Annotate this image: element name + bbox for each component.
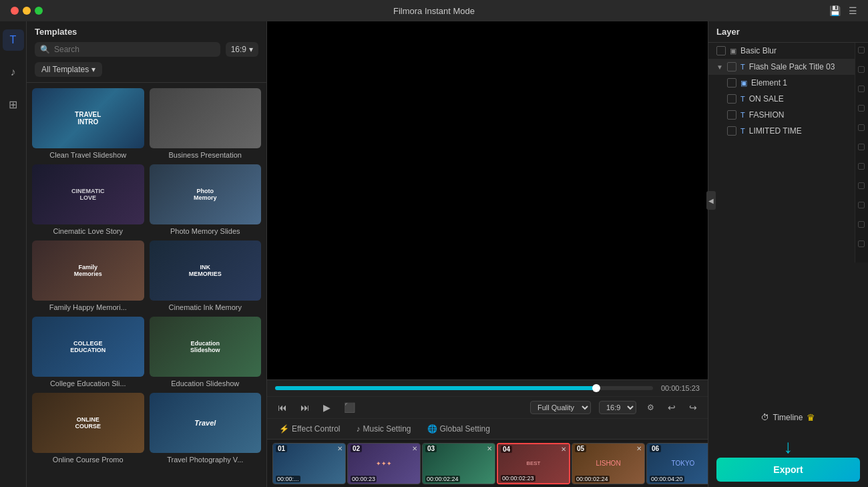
tab-music-setting[interactable]: ♪ Music Setting <box>349 422 417 436</box>
effect-icon: ⚡ <box>279 424 289 434</box>
template-label-1: Clean Travel Slideshow <box>32 151 144 159</box>
layer-check-basic-blur[interactable] <box>716 46 726 55</box>
layer-side-check-4[interactable] <box>858 105 865 112</box>
template-card-10[interactable]: Travel Travel Photography V... <box>150 393 262 464</box>
template-card-5[interactable]: FamilyMemories Family Happy Memori... <box>32 240 144 311</box>
layer-side-check-11[interactable] <box>858 240 865 247</box>
clip-item-1[interactable]: 01 00:00:... ✕ <box>272 443 346 484</box>
menu-icon[interactable]: ☰ <box>849 5 857 16</box>
clip-item-5[interactable]: LISHON 05 00:00:02:24 ✕ <box>572 443 645 484</box>
fullscreen-button[interactable] <box>35 7 43 15</box>
template-thumb-7: COLLEGEEDUCATION <box>32 317 144 377</box>
layer-check-flash-sale[interactable] <box>727 62 736 71</box>
ratio-select[interactable]: 16:9 9:16 1:1 <box>599 401 636 414</box>
clip-item-6[interactable]: TOKYO 06 00:00:04:20 ✕ <box>646 443 708 484</box>
timeline-header-right: ⏱ Timeline ♛ <box>708 412 868 423</box>
layer-item-limited-time[interactable]: T LIMITED TIME <box>708 123 855 139</box>
template-card-8[interactable]: EducationSlideshow Education Slideshow <box>150 317 262 387</box>
template-thumb-6: INKMEMORIES <box>150 240 262 301</box>
template-label-10: Travel Photography V... <box>150 456 262 464</box>
layer-side-check-6[interactable] <box>858 144 865 150</box>
template-card-4[interactable]: PhotoMemory Photo Memory Slides <box>150 164 262 235</box>
layer-side-check-5[interactable] <box>858 124 865 131</box>
tabs-row: ⚡ Effect Control ♪ Music Setting 🌐 Globa… <box>267 418 708 439</box>
clip-item-4[interactable]: BEST 04 00:00:02:23 ✕ <box>497 443 570 484</box>
layer-item-fashion[interactable]: T FASHION <box>708 107 855 123</box>
globe-icon: 🌐 <box>427 424 437 434</box>
clip-close-4[interactable]: ✕ <box>561 446 566 453</box>
minimize-button[interactable] <box>23 7 31 15</box>
collapse-panel-button[interactable]: ◀ <box>706 191 716 210</box>
tab-effect-control[interactable]: ⚡ Effect Control <box>272 422 347 436</box>
clip-num-6: 06 <box>650 445 661 452</box>
timeline-icon: ⏱ <box>761 413 769 422</box>
layer-side-check-9[interactable] <box>858 202 865 208</box>
right-panel-bottom: ⏱ Timeline ♛ ↓ Export <box>708 263 868 488</box>
template-thumb-5: FamilyMemories <box>32 240 144 301</box>
stop-button[interactable]: ⬛ <box>341 401 358 414</box>
expand-arrow-flash-sale[interactable]: ▼ <box>716 63 723 71</box>
layer-icon-fashion: T <box>740 111 745 119</box>
layer-side-check-2[interactable] <box>858 66 865 73</box>
panel-header: Templates 🔍 16:9 ▾ All Templates ▾ <box>27 21 266 83</box>
template-card-1[interactable]: TRAVELINTRO Clean Travel Slideshow <box>32 88 144 159</box>
layer-check-fashion[interactable] <box>727 110 736 120</box>
filter-all-templates[interactable]: All Templates ▾ <box>35 62 102 77</box>
template-card-6[interactable]: INKMEMORIES Cinematic Ink Memory <box>150 240 262 311</box>
ratio-button[interactable]: 16:9 ▾ <box>226 42 258 57</box>
template-card-7[interactable]: COLLEGEEDUCATION College Education Sli..… <box>32 317 144 387</box>
undo-button[interactable]: ↩ <box>665 401 678 414</box>
layer-item-basic-blur[interactable]: ▣ Basic Blur <box>708 43 855 59</box>
clip-duration-4: 00:00:02:23 <box>501 475 535 482</box>
search-input[interactable] <box>54 45 215 54</box>
controls-row: ⏮ ⏭ ▶ ⬛ Full Quality Half Quality 16:9 9… <box>267 396 708 418</box>
layer-side-check-7[interactable] <box>858 163 865 170</box>
layer-item-flash-sale[interactable]: ▼ T Flash Sale Pack Title 03 <box>708 59 855 75</box>
sidebar-icon-music[interactable]: ♪ <box>3 61 24 83</box>
layer-side-check-1[interactable] <box>858 47 865 53</box>
save-icon[interactable]: 💾 <box>829 5 841 16</box>
clip-num-3: 03 <box>425 445 437 452</box>
layer-side-check-3[interactable] <box>858 86 865 92</box>
skip-forward-button[interactable]: ⏭ <box>298 401 312 414</box>
playback-controls: 00:00:15:23 <box>267 379 708 396</box>
timeline-label: Timeline <box>773 413 803 422</box>
video-preview: ◀ <box>267 21 708 379</box>
layer-name-fashion: FASHION <box>749 110 847 120</box>
settings-button[interactable]: ⚙ <box>644 401 657 414</box>
close-button[interactable] <box>11 7 19 15</box>
layer-item-element-1[interactable]: ▣ Element 1 <box>708 75 855 91</box>
layer-side-check-10[interactable] <box>858 221 865 228</box>
tab-global-setting[interactable]: 🌐 Global Setting <box>421 422 497 436</box>
thumb-text-10: Travel <box>150 393 262 453</box>
sidebar-icon-text[interactable]: T <box>3 29 24 51</box>
clip-item-3[interactable]: 03 00:00:02:24 ✕ <box>422 443 495 484</box>
skip-back-button[interactable]: ⏮ <box>275 401 290 414</box>
layer-check-element-1[interactable] <box>727 78 736 88</box>
template-card-9[interactable]: ONLINECOURSE Online Course Promo <box>32 393 144 464</box>
layer-check-on-sale[interactable] <box>727 94 736 104</box>
app-title: Filmora Instant Mode <box>393 6 475 16</box>
redo-button[interactable]: ↪ <box>686 401 700 414</box>
layer-side-check-8[interactable] <box>858 182 865 189</box>
layer-title: Layer <box>716 27 740 37</box>
clip-num-4: 04 <box>501 446 512 453</box>
sidebar-icon-effect[interactable]: ⊞ <box>3 94 24 115</box>
clip-close-1[interactable]: ✕ <box>337 445 343 452</box>
progress-bar[interactable] <box>275 386 653 390</box>
progress-thumb[interactable] <box>592 384 600 392</box>
export-button[interactable]: Export <box>716 458 860 482</box>
clip-close-5[interactable]: ✕ <box>636 445 642 452</box>
sidebar-icons: T ♪ ⊞ <box>0 21 27 487</box>
template-card-2[interactable]: Business Presentation <box>150 88 262 159</box>
clip-item-2[interactable]: ✦✦✦ 02 00:00:23 ✕ <box>347 443 421 484</box>
layer-item-on-sale[interactable]: T ON SALE <box>708 91 855 107</box>
clip-close-3[interactable]: ✕ <box>487 445 492 452</box>
clip-close-2[interactable]: ✕ <box>412 445 417 452</box>
thumb-text-9: ONLINECOURSE <box>32 393 144 453</box>
play-button[interactable]: ▶ <box>320 401 333 414</box>
layer-check-limited-time[interactable] <box>727 126 736 136</box>
template-card-3[interactable]: CINEMATICLOVE Cinematic Love Story <box>32 164 144 235</box>
title-bar: Filmora Instant Mode 💾 ☰ <box>0 0 868 21</box>
quality-select[interactable]: Full Quality Half Quality <box>530 401 591 414</box>
